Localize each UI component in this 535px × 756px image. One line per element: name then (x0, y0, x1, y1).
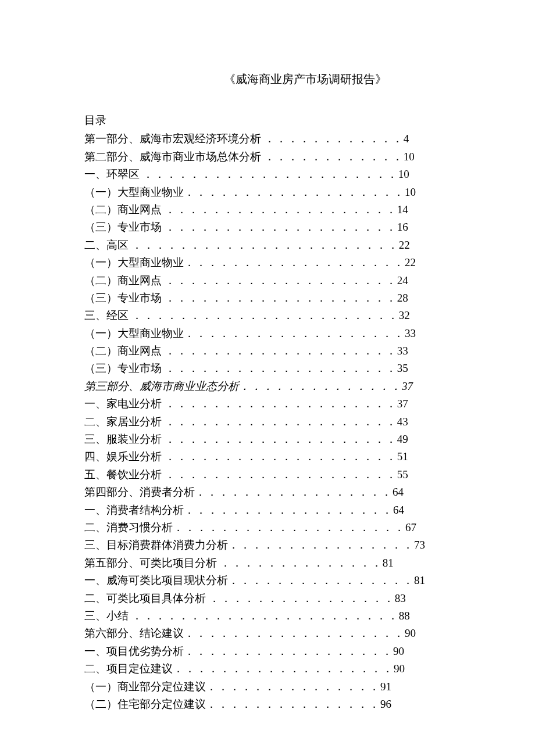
toc-leader-dots: ．．．．．．．．．．．．．．．．．．．． (173, 521, 405, 533)
toc-item-page: 83 (395, 592, 406, 604)
toc-item-label: 一、威海可类比项目现状分析 (84, 574, 228, 586)
toc-item-label: 二、消费习惯分析 (84, 521, 173, 533)
toc-item-page: 55 (397, 468, 408, 481)
toc-leader-dots: ．．．．．．．．．．．．．．．．．．．． (165, 292, 397, 304)
toc-item-page: 35 (397, 362, 408, 374)
toc-item-page: 16 (397, 221, 408, 233)
toc-item: 第四部分、消费者分析．．．．．．．．．．．．．．．．．64 (84, 483, 456, 501)
toc-item-label: 四、娱乐业分析 (84, 450, 165, 463)
toc-item: 二、高区 ．．．．．．．．．．．．．．．．．．．．．．．22 (84, 237, 456, 254)
toc-item: 一、消费者结构分析．．．．．．．．．．．．．．．．．．64 (84, 501, 456, 519)
toc-item: （三）专业市场 ．．．．．．．．．．．．．．．．．．．．28 (84, 289, 456, 307)
toc-leader-dots: ．．．．．．．．．．．．．．．．．．． (184, 627, 405, 639)
toc-leader-dots: ．．．．．．．．．．．．．．．．．．．． (165, 221, 397, 233)
document-page: 《威海商业房产市场调研报告》 目录 第一部分、威海市宏观经济环境分析 ．．．．．… (0, 0, 456, 713)
toc-item: （三）专业市场 ．．．．．．．．．．．．．．．．．．．．16 (84, 218, 456, 236)
toc-leader-dots: ．．．．．．．．．．．．．．．．．．．．．．． (131, 309, 399, 321)
toc-leader-dots: ．．．．．．．．．．．．．．．．．．．． (165, 203, 397, 216)
toc-item: （二）商业网点 ．．．．．．．．．．．．．．．．．．．．33 (84, 342, 456, 360)
toc-item-page: 4 (404, 132, 409, 145)
toc-leader-dots: ．．．．．．．．．．．．．．．．．．．． (165, 415, 397, 428)
toc-item: （一）大型商业物业．．．．．．．．．．．．．．．．．．．10 (84, 184, 456, 201)
toc-item-label: （三）专业市场 (84, 292, 165, 304)
toc-item: 一、环翠区 ．．．．．．．．．．．．．．．．．．．．．．10 (84, 166, 456, 183)
toc-item-page: 51 (397, 450, 408, 463)
toc-item: 一、威海可类比项目现状分析．．．．．．．．．．．．．．．．81 (84, 572, 456, 589)
toc-item: 四、娱乐业分析 ．．．．．．．．．．．．．．．．．．．．51 (84, 448, 456, 465)
toc-item-label: （一）商业部分定位建议 (84, 680, 206, 693)
document-title: 《威海商业房产市场调研报告》 (154, 70, 456, 88)
toc-leader-dots: ．．．．．．．．．．．．．．．．．．．． (165, 468, 397, 481)
toc-leader-dots: ．．．．．．．．．．．．．．．．．．．． (165, 450, 397, 463)
toc-leader-dots: ．．．．．．．．．．．．．．． (206, 698, 380, 710)
toc-leader-dots: ．．．．．．．．．．．．．．．． (209, 592, 395, 604)
toc-item-page: 10 (404, 151, 415, 163)
toc-item-page: 24 (397, 274, 408, 286)
toc-item: 第五部分、可类比项目分析 ．．．．．．．．．．．．．．81 (84, 554, 456, 572)
toc-item-label: 三、经区 (84, 309, 131, 321)
toc-item: 第二部分、威海市商业市场总体分析 ．．．．．．．．．．．．10 (84, 148, 456, 166)
toc-leader-dots: ．．．．．．．．．．．．．． (220, 557, 383, 569)
toc-item: 二、项目定位建议．．．．．．．．．．．．．．．．．．．90 (84, 660, 456, 678)
toc-leader-dots: ．．．．．．．．．．．．．．．．．． (184, 645, 393, 657)
toc-item-page: 64 (393, 504, 404, 516)
toc-item-page: 90 (394, 662, 405, 675)
toc-leader-dots: ．．．．．．．．．．．．．．．．．． (184, 504, 393, 516)
toc-item-label: （三）专业市场 (84, 362, 165, 374)
table-of-contents: 第一部分、威海市宏观经济环境分析 ．．．．．．．．．．．．4第二部分、威海市商业… (84, 130, 456, 713)
toc-item: 五、餐饮业分析 ．．．．．．．．．．．．．．．．．．．．55 (84, 466, 456, 483)
toc-item-label: （二）住宅部分定位建议 (84, 698, 206, 710)
toc-leader-dots: ．．．．．．．．．．．．．．．．．．． (184, 186, 405, 198)
toc-item: 三、经区 ．．．．．．．．．．．．．．．．．．．．．．．32 (84, 307, 456, 324)
toc-item-page: 81 (383, 557, 394, 569)
toc-item: 一、家电业分析 ．．．．．．．．．．．．．．．．．．．．37 (84, 395, 456, 413)
toc-item-label: （二）商业网点 (84, 345, 165, 357)
toc-leader-dots: ．．．．．．．．．．．．．．．．．．．． (165, 397, 397, 410)
toc-item-label: 第三部分、威海市商业业态分析 (84, 380, 239, 392)
toc-item: 三、小结 ．．．．．．．．．．．．．．．．．．．．．．．88 (84, 607, 456, 625)
toc-item-label: （一）大型商业物业 (84, 186, 184, 198)
toc-item-page: 22 (399, 239, 410, 251)
toc-item-label: （一）大型商业物业 (84, 256, 184, 268)
toc-item: （二）商业网点 ．．．．．．．．．．．．．．．．．．．．14 (84, 201, 456, 218)
toc-item-label: 一、项目优劣势分析 (84, 645, 184, 657)
toc-item-page: 32 (399, 309, 410, 321)
toc-item-page: 49 (397, 433, 408, 445)
toc-item-page: 43 (397, 415, 408, 428)
toc-item-page: 88 (399, 610, 410, 622)
toc-item: （三）专业市场 ．．．．．．．．．．．．．．．．．．．．35 (84, 360, 456, 377)
toc-item-page: 33 (405, 327, 416, 339)
toc-item-page: 64 (393, 486, 404, 498)
toc-item-label: 第五部分、可类比项目分析 (84, 557, 220, 569)
toc-leader-dots: ．．．．．．．．．．．．．．．．．．． (184, 256, 405, 268)
toc-leader-dots: ．．．．．．．．．．．．．．． (206, 680, 380, 693)
toc-leader-dots: ．．．．．．．．．．．．．．．．．．．． (165, 345, 397, 357)
toc-item-label: 二、高区 (84, 239, 131, 251)
toc-item-page: 22 (405, 256, 416, 268)
toc-leader-dots: ．．．．．．．．．．．．．．．．．．．． (165, 274, 397, 286)
toc-leader-dots: ．．．．．．．．．．．． (264, 132, 404, 145)
toc-item: （二）商业网点 ．．．．．．．．．．．．．．．．．．．．24 (84, 272, 456, 289)
toc-heading: 目录 (84, 112, 456, 129)
toc-item: 一、项目优劣势分析．．．．．．．．．．．．．．．．．．90 (84, 643, 456, 660)
toc-item: （一）大型商业物业．．．．．．．．．．．．．．．．．．．22 (84, 254, 456, 271)
toc-item-label: （一）大型商业物业 (84, 327, 184, 339)
toc-item-label: 三、服装业分析 (84, 433, 165, 445)
toc-item-label: 第一部分、威海市宏观经济环境分析 (84, 132, 264, 145)
toc-item-page: 33 (397, 345, 408, 357)
toc-item-page: 67 (405, 521, 416, 533)
toc-leader-dots: ．．．．．．．．．．．．．．．． (228, 539, 414, 551)
toc-item-label: 第四部分、消费者分析 (84, 486, 195, 498)
toc-item-page: 37 (397, 397, 408, 410)
toc-leader-dots: ．．．．．．．．．．．．．．．．．．．．．． (142, 168, 398, 180)
toc-item: 三、目标消费群体消费力分析．．．．．．．．．．．．．．．．73 (84, 536, 456, 554)
toc-item-label: 三、目标消费群体消费力分析 (84, 539, 228, 551)
toc-item: 三、服装业分析 ．．．．．．．．．．．．．．．．．．．．49 (84, 431, 456, 448)
toc-leader-dots: ．．．．．．．．．．．．．．．． (228, 574, 414, 586)
toc-item: 二、消费习惯分析．．．．．．．．．．．．．．．．．．．．67 (84, 519, 456, 536)
toc-leader-dots: ．．．．．．．．．．．．．．．．．．．．．．． (131, 239, 399, 251)
toc-leader-dots: ．．．．．．．．．．．． (264, 151, 404, 163)
toc-item: 二、家居业分析 ．．．．．．．．．．．．．．．．．．．．43 (84, 413, 456, 431)
toc-item: （二）住宅部分定位建议．．．．．．．．．．．．．．．96 (84, 696, 456, 713)
toc-item: （一）大型商业物业．．．．．．．．．．．．．．．．．．．33 (84, 325, 456, 342)
